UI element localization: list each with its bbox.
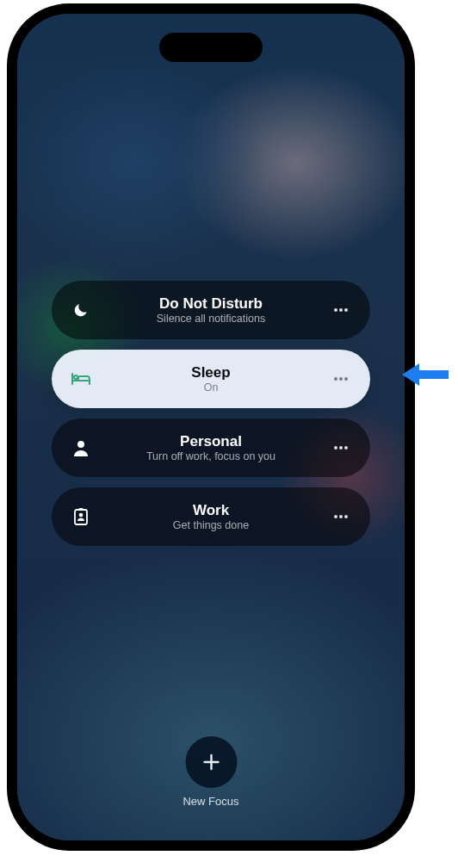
new-focus-button[interactable] [185, 736, 237, 788]
svg-point-1 [339, 308, 343, 312]
dynamic-island [159, 33, 263, 62]
svg-point-14 [339, 515, 343, 518]
svg-rect-10 [75, 510, 87, 524]
focus-text: Work Get things done [93, 502, 329, 531]
focus-text: Do Not Disturb Silence all notifications [93, 295, 329, 325]
svg-point-3 [334, 377, 337, 381]
svg-point-4 [339, 377, 343, 381]
focus-title: Personal [93, 433, 329, 450]
callout-arrow-icon [400, 360, 449, 389]
svg-point-6 [77, 441, 84, 448]
svg-point-7 [334, 446, 337, 450]
plus-icon [201, 752, 221, 772]
badge-icon [69, 505, 93, 529]
focus-title: Sleep [93, 364, 329, 381]
more-icon[interactable] [329, 367, 353, 391]
svg-point-15 [344, 515, 348, 518]
focus-subtitle: Silence all notifications [93, 313, 329, 325]
svg-point-8 [339, 446, 343, 450]
focus-mode-work[interactable]: Work Get things done [52, 487, 370, 546]
focus-subtitle: Turn off work, focus on you [93, 450, 329, 462]
svg-point-13 [334, 515, 337, 518]
focus-mode-dnd[interactable]: Do Not Disturb Silence all notifications [52, 281, 370, 339]
svg-point-0 [334, 308, 337, 312]
focus-text: Sleep On [93, 364, 329, 394]
phone-frame: Do Not Disturb Silence all notifications… [17, 14, 405, 840]
focus-mode-list: Do Not Disturb Silence all notifications… [52, 281, 370, 546]
svg-rect-12 [79, 508, 84, 511]
new-focus: New Focus [183, 736, 238, 808]
focus-title: Do Not Disturb [93, 295, 329, 313]
new-focus-label: New Focus [183, 795, 238, 808]
more-icon[interactable] [329, 436, 353, 460]
person-icon [69, 436, 93, 460]
screen: Do Not Disturb Silence all notifications… [17, 14, 405, 840]
more-icon[interactable] [329, 298, 353, 322]
focus-subtitle: On [93, 381, 329, 394]
svg-point-9 [344, 446, 348, 450]
more-icon[interactable] [329, 505, 353, 529]
focus-text: Personal Turn off work, focus on you [93, 433, 329, 462]
focus-title: Work [93, 502, 329, 519]
svg-point-2 [344, 308, 348, 312]
bed-icon [69, 367, 93, 391]
svg-point-5 [344, 377, 348, 381]
focus-mode-sleep[interactable]: Sleep On [52, 350, 370, 408]
focus-mode-personal[interactable]: Personal Turn off work, focus on you [52, 418, 370, 477]
moon-icon [69, 298, 93, 322]
focus-subtitle: Get things done [93, 519, 329, 531]
svg-point-11 [79, 513, 84, 518]
